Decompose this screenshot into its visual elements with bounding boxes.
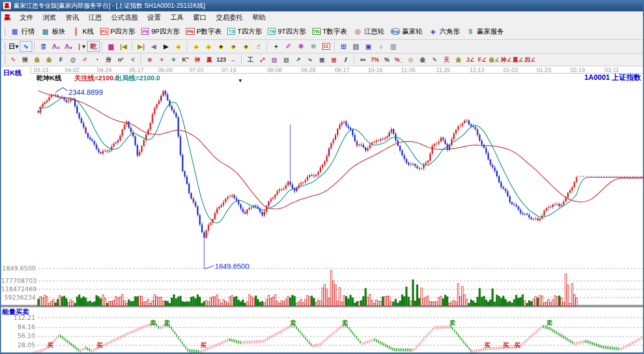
gann-web-button[interactable]: ❊ [307, 41, 320, 52]
matrix-grid-red-tool[interactable]: ▦ [328, 54, 340, 65]
gold-angle-tool[interactable]: 金∠ [488, 54, 500, 65]
compression-wave-button[interactable]: ∿ [20, 41, 32, 52]
menu-window[interactable]: 窗口 [188, 12, 211, 22]
p-square-button[interactable]: PSP四方形 [97, 26, 139, 37]
wave-9-button[interactable]: Λ₉ [62, 41, 75, 52]
diamond-arrow-cross-button[interactable]: ◆✛ [227, 41, 240, 52]
last-bar-button[interactable]: ▶| [135, 41, 147, 52]
winner-service-button-label: 赢家服务 [477, 27, 504, 36]
winner-service-button[interactable]: $赢家服务 [463, 26, 507, 37]
zigzag-tool[interactable]: ∿ [304, 54, 316, 65]
trend-pen-tool[interactable]: ↗ [292, 54, 304, 65]
angle-measure-button[interactable]: ✐ [282, 41, 295, 52]
gold-grid-tool-2[interactable]: 金 [43, 54, 55, 65]
spider-web-tool[interactable]: ✳ [156, 54, 168, 65]
gold-grid-tool-1[interactable]: 金 [31, 54, 43, 65]
beam-tool[interactable]: 工 [244, 54, 256, 65]
menu-browse[interactable]: 浏览 [38, 12, 61, 22]
first-bar-button[interactable]: |◀ [117, 41, 130, 52]
menu-trade[interactable]: 交易委托 [211, 12, 248, 22]
network-data-button[interactable]: ♁ [375, 41, 387, 52]
calculator-button[interactable]: ⊞ [337, 41, 350, 52]
qiankun-pattern-button[interactable]: 乾 [87, 41, 100, 52]
nine-t-square-button[interactable]: T99T四方形 [265, 26, 309, 37]
t-square-button[interactable]: T3T四方形 [224, 26, 265, 37]
gann-flower-button[interactable]: ❃ [295, 41, 307, 52]
width-arrows-tool[interactable]: ↔ [227, 54, 239, 65]
info-f10-button[interactable]: ≣ [37, 41, 50, 52]
fibonacci-grid-tool[interactable]: F [55, 54, 67, 65]
gold-lines-tool[interactable]: 金 [417, 54, 429, 65]
k-mark-tool[interactable]: K" [180, 54, 191, 65]
percent-line-tool[interactable]: %­_ [393, 54, 405, 65]
diamond-arrow-h-button[interactable]: ◆↔ [202, 41, 215, 52]
sectors-button[interactable]: ▩板块 [38, 26, 68, 37]
boxed-web-tool[interactable]: ❖ [168, 54, 180, 65]
prev-bar-button[interactable]: ◀ [147, 41, 160, 52]
boxed-fan2-tool[interactable]: ▧ [280, 54, 292, 65]
next-bar-button[interactable]: ▶ [160, 41, 172, 52]
target-cross-tool[interactable]: ⊕ [144, 54, 156, 65]
diamond-arrow-right-button[interactable]: ◆→ [190, 41, 202, 52]
ying-grid-tool[interactable]: 赢 [203, 54, 215, 65]
diamond-arrow-star-button[interactable]: ◆✜ [240, 41, 252, 52]
volume-profile-button[interactable]: ▆ [105, 41, 117, 52]
diamond-arrow-plus-button[interactable]: ◆✚ [215, 41, 227, 52]
wave-3-button[interactable]: Λ₃ [50, 41, 62, 52]
pan-hand-button-icon: ☝ [256, 43, 261, 50]
pen-ruler-tool[interactable]: ✐ [79, 54, 91, 65]
menu-gann[interactable]: 江恩 [84, 12, 106, 22]
price-ladder-tool[interactable]: ≔ [357, 54, 369, 65]
si-angle-tool[interactable]: 四∠ [524, 54, 536, 65]
p-number-table-button[interactable]: PNP数字表 [183, 26, 224, 37]
quotes-button[interactable]: ▦行情 [7, 26, 38, 37]
crosshair-button[interactable]: + [270, 41, 282, 52]
menu-settings[interactable]: 设置 [143, 12, 166, 22]
shen-grid-tool[interactable]: 神 [191, 54, 203, 65]
boxed-fan-tool[interactable]: ▨ [268, 54, 280, 65]
matrix-grid-tool[interactable]: ▦ [316, 54, 328, 65]
calendar-21-button[interactable]: 21 [320, 41, 332, 52]
shen-angle-tool[interactable]: 神∠ [500, 54, 512, 65]
tick-grid-tool[interactable]: 卅 [103, 54, 115, 65]
protractor-tool[interactable]: ∢ [127, 54, 139, 65]
time-circle-tool[interactable]: ◔ [91, 54, 103, 65]
percent-7-tool[interactable]: 7% [369, 54, 381, 65]
winner-wheel-button[interactable]: Big赢家轮 [388, 26, 426, 37]
kline-chart-canvas[interactable] [1, 66, 644, 354]
numbered-grid-tool[interactable]: 123 [215, 54, 227, 65]
spiral-tool[interactable]: @ [67, 54, 79, 65]
ying-angle-tool[interactable]: 赢∠ [512, 54, 524, 65]
menu-help[interactable]: 帮助 [248, 12, 270, 22]
pen-candle-tool[interactable]: ✎ [429, 54, 441, 65]
t-number-table-button[interactable]: TNT数字表 [309, 26, 350, 37]
pan-hand-button[interactable]: ☝ [252, 41, 265, 52]
remote-pc-button[interactable]: ▥ [387, 41, 400, 52]
diamond-arrow-left-button[interactable]: ◆← [172, 41, 185, 52]
parallel-lines-tool[interactable]: ⫽ [340, 54, 352, 65]
brush-tool[interactable]: ✎ [7, 54, 19, 65]
menu-file[interactable]: 文件 [15, 12, 38, 22]
gold-lines-red-tool[interactable]: 金 [453, 54, 464, 65]
kline-button[interactable]: ║K线 [68, 26, 97, 37]
f-angle-tool[interactable]: F∠ [476, 54, 488, 65]
n2-grid-tool[interactable]: n² [115, 54, 127, 65]
notepad-button[interactable]: ▤ [350, 41, 362, 52]
nine-p-square-button[interactable]: P99P四方形 [138, 26, 183, 37]
grid-line-tool[interactable]: 卌 [19, 54, 31, 65]
percent-tool[interactable]: % [381, 54, 393, 65]
period-dropdown[interactable]: 日▾ [7, 41, 20, 52]
gann-wheel-button-label: 江恩轮 [364, 27, 385, 36]
hexagon-button[interactable]: ◈六角形 [426, 26, 463, 37]
gold-circle-tool[interactable]: ◎ [405, 54, 417, 65]
menu-news[interactable]: 资讯 [61, 12, 84, 22]
gann-wheel-button[interactable]: ◎江恩轮 [350, 26, 388, 37]
j-angle-tool[interactable]: J∠ [464, 54, 476, 65]
save-button[interactable]: ▣ [362, 41, 375, 52]
tian-lines-tool[interactable]: 天 [441, 54, 453, 65]
menu-formula-pick[interactable]: 公式选股 [106, 12, 143, 22]
fan-lines-tool[interactable]: ⤢ [256, 54, 268, 65]
save-button-icon: ▣ [365, 43, 372, 50]
menu-tools[interactable]: 工具 [166, 12, 188, 22]
candle-style-dropdown[interactable]: ❘▾ [75, 41, 87, 52]
